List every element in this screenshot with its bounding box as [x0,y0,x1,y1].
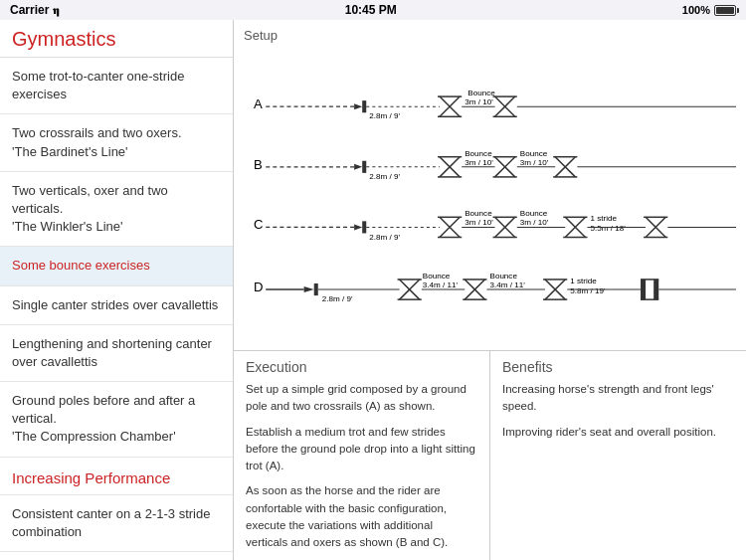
execution-area: Execution Set up a simple grid composed … [234,351,490,560]
svg-rect-21 [362,161,366,173]
sidebar-item-8[interactable]: Consistent canter on a 2-1-3 stride comb… [0,495,233,552]
sidebar-item-7[interactable]: Ground poles before and after a vertical… [0,382,233,458]
sidebar-item-bounce[interactable]: Some bounce exercises [0,247,233,285]
battery-area: 100% [682,4,736,16]
diagram-svg: A Bounce 3m / 10' [244,47,736,345]
sidebar-item-1[interactable]: Some trot-to-canter one-stride exercises [0,58,233,114]
svg-text:1 stride: 1 stride [570,277,597,285]
content-area: Setup A [234,20,746,560]
svg-marker-2 [354,103,362,109]
benefits-para-1: Increasing horse's strength and front le… [502,381,734,416]
svg-rect-46 [362,221,366,233]
status-bar: Carrier 𝛈 10:45 PM 100% [0,0,746,20]
svg-text:A: A [254,96,263,111]
svg-text:3m / 10': 3m / 10' [465,218,493,227]
svg-rect-3 [362,100,366,112]
sidebar-title: Gymnastics [0,20,233,57]
svg-text:Bounce: Bounce [423,272,451,280]
sidebar-items[interactable]: Some trot-to-canter one-stride exercises… [0,58,233,560]
svg-text:3m / 10': 3m / 10' [465,158,493,167]
svg-text:2.8m / 9': 2.8m / 9' [369,172,400,181]
battery-percent: 100% [682,4,710,16]
svg-text:D: D [254,280,263,294]
svg-marker-20 [354,164,362,170]
execution-para-2: Establish a medium trot and few strides … [246,424,477,475]
execution-para-1: Set up a simple grid composed by a groun… [246,381,477,416]
benefits-para-2: Improving rider's seat and overall posit… [502,424,734,441]
sidebar-section-performance: Increasing Performance [0,458,233,495]
carrier-label: Carrier 𝛈 [10,3,60,17]
svg-text:3m / 10': 3m / 10' [520,218,549,227]
svg-text:2.8m / 9': 2.8m / 9' [322,294,353,303]
svg-text:3m / 10': 3m / 10' [520,158,549,167]
svg-text:2.8m / 9': 2.8m / 9' [369,233,400,242]
diagram-area: Setup A [234,20,746,350]
sidebar: Gymnastics Some trot-to-canter one-strid… [0,20,234,560]
execution-para-3: As soon as the horse and the rider are c… [246,482,477,551]
content-top: Setup A [234,20,746,351]
content-bottom: Execution Set up a simple grid composed … [234,351,746,560]
svg-text:3.4m / 11': 3.4m / 11' [423,280,459,289]
setup-label: Setup [244,28,736,43]
carrier-text: Carrier [10,3,49,17]
svg-rect-101 [641,280,646,299]
svg-text:Bounce: Bounce [467,89,495,97]
svg-text:2.8m / 9': 2.8m / 9' [369,111,400,120]
svg-marker-77 [304,286,314,292]
svg-text:5.8m / 19': 5.8m / 19' [570,286,606,295]
svg-text:5.5m / 18': 5.5m / 18' [591,224,627,233]
svg-text:Bounce: Bounce [465,209,492,218]
svg-text:Bounce: Bounce [520,209,548,218]
svg-text:3m / 10': 3m / 10' [465,97,493,106]
sidebar-item-5[interactable]: Single canter strides over cavallettis [0,286,233,325]
time-label: 10:45 PM [60,3,682,17]
benefits-title: Benefits [502,359,734,375]
svg-text:Bounce: Bounce [520,149,548,158]
sidebar-item-3[interactable]: Two verticals, oxer and two verticals.'T… [0,172,233,248]
svg-rect-102 [653,280,658,299]
svg-text:1 stride: 1 stride [591,214,618,223]
svg-text:B: B [254,157,263,172]
svg-text:3.4m / 11': 3.4m / 11' [490,280,526,289]
svg-marker-45 [354,224,362,230]
execution-title: Execution [246,359,477,375]
svg-text:Bounce: Bounce [490,272,518,280]
svg-text:C: C [254,217,263,232]
sidebar-item-2[interactable]: Two crossrails and two oxers.'The Bardin… [0,114,233,171]
battery-icon [714,5,736,16]
sidebar-item-6[interactable]: Lengthening and shortening canter over c… [0,325,233,382]
wifi-icon: 𝛈 [53,4,60,16]
svg-rect-78 [314,283,318,295]
main-layout: Gymnastics Some trot-to-canter one-strid… [0,20,746,560]
benefits-area: Benefits Increasing horse's strength and… [490,351,746,560]
svg-text:Bounce: Bounce [465,149,492,158]
